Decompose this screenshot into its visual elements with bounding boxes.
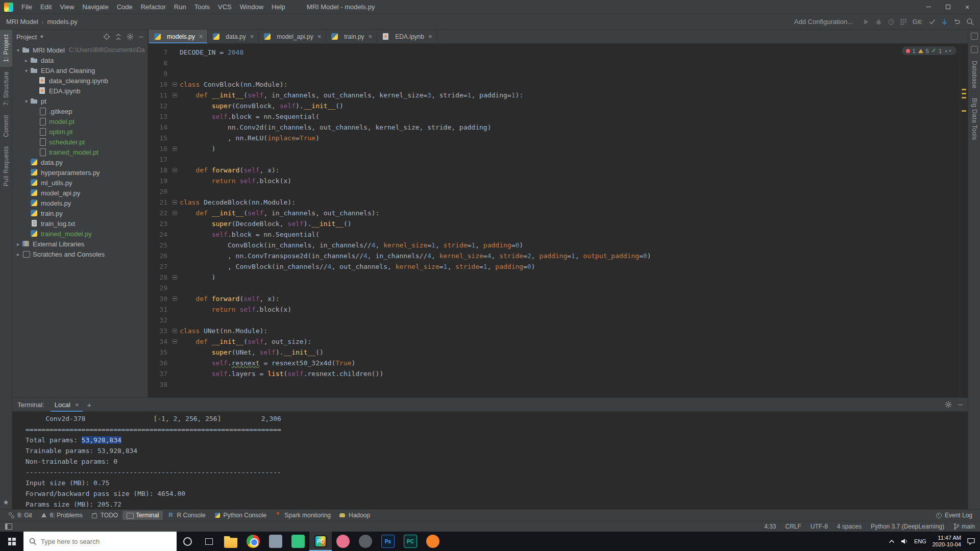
terminal-line[interactable]: Conv2d-378 [-1, 2, 256, 256] 2,306 xyxy=(26,413,968,424)
tool-button-9-git[interactable]: 9: Git xyxy=(4,511,36,520)
tree-item-model-pt[interactable]: model.pt xyxy=(12,116,148,127)
fold-icon[interactable] xyxy=(173,211,177,215)
taskbar-app-app-dark[interactable] xyxy=(354,532,377,551)
tool-button-1-project[interactable]: 1: Project xyxy=(0,30,12,67)
code-line[interactable]: 33class UNet(nn.Module): xyxy=(148,325,960,336)
volume-icon[interactable] xyxy=(901,538,908,544)
taskbar-app-app-orange[interactable] xyxy=(422,532,444,551)
chevron-down-icon[interactable]: ▾ xyxy=(22,98,30,104)
code-line[interactable]: 16 ) xyxy=(148,143,960,154)
terminal-tab-local[interactable]: Local × xyxy=(51,398,83,412)
taskbar-app-app-gray[interactable] xyxy=(264,532,287,551)
tree-item-hyperparameters-py[interactable]: hyperparameters.py xyxy=(12,167,148,178)
tool-button-pull-requests[interactable]: Pull Requests xyxy=(0,141,12,191)
breadcrumb-item-models-py[interactable]: models.py xyxy=(47,18,78,26)
tool-button-terminal[interactable]: Terminal xyxy=(122,511,162,520)
taskbar-app-app-teal[interactable]: PC xyxy=(399,532,422,551)
code-line[interactable]: 30 def forward(self, x): xyxy=(148,293,960,304)
code-line[interactable]: 31 return self.block(x) xyxy=(148,304,960,315)
tree-item-scheduler-pt[interactable]: scheduler.pt xyxy=(12,137,148,147)
git-update-icon[interactable] xyxy=(942,19,947,25)
code-line[interactable]: 19 return self.block(x) xyxy=(148,176,960,186)
code-line[interactable]: 12 super(ConvBlock, self).__init__() xyxy=(148,101,960,111)
tool-button-database[interactable]: Database xyxy=(968,56,980,93)
menu-file[interactable]: File xyxy=(17,1,36,13)
code-line[interactable]: 28 ) xyxy=(148,272,960,283)
search-everywhere-icon[interactable] xyxy=(966,18,974,26)
terminal-line[interactable]: Params size (MB): 205.72 xyxy=(26,499,968,510)
chevron-right-icon[interactable]: ▸ xyxy=(14,252,22,257)
tree-item-model-api-py[interactable]: model_api.py xyxy=(12,188,148,198)
tray-chevron-up-icon[interactable] xyxy=(889,539,895,543)
code-line[interactable]: 7DECODE_IN = 2048 xyxy=(148,47,960,58)
project-panel-title[interactable]: Project xyxy=(16,33,37,41)
tree-item-trained-model-py[interactable]: trained_model.py xyxy=(12,229,148,239)
layers-icon[interactable] xyxy=(971,46,978,53)
hide-panel-icon[interactable] xyxy=(139,37,143,37)
editor-tab-eda-ipynb[interactable]: EDA.ipynb× xyxy=(377,30,437,43)
warning-mark-icon[interactable] xyxy=(962,110,966,112)
tree-item-pt[interactable]: ▾pt xyxy=(12,96,148,106)
tool-button-event-log[interactable]: Event Log xyxy=(932,511,976,520)
code-line[interactable]: 34 def __init__(self, out_size): xyxy=(148,336,960,347)
code-line[interactable]: 35 super(UNet, self).__init__() xyxy=(148,347,960,358)
terminal-line[interactable]: Trainable params: 53,928,834 xyxy=(26,445,968,456)
tool-window-toggle-icon[interactable] xyxy=(5,523,12,530)
tool-button-7-structure[interactable]: 7: Structure xyxy=(0,67,12,110)
terminal-settings-gear-icon[interactable] xyxy=(945,401,952,408)
tool-button-todo[interactable]: TODO xyxy=(87,511,121,520)
debug-icon[interactable] xyxy=(875,19,882,25)
menu-window[interactable]: Window xyxy=(236,1,267,13)
menu-run[interactable]: Run xyxy=(170,1,190,13)
editor-tab-data-py[interactable]: data.py× xyxy=(208,30,259,43)
python-interpreter[interactable]: Python 3.7 (DeepLearning) xyxy=(871,523,944,530)
close-tab-icon[interactable]: × xyxy=(75,401,79,409)
input-language[interactable]: ENG xyxy=(914,538,926,544)
action-center-icon[interactable] xyxy=(967,538,975,545)
chevron-right-icon[interactable]: ▸ xyxy=(14,241,22,247)
code-line[interactable]: 22 def __init__(self, in_channels, out_c… xyxy=(148,208,960,218)
code-line[interactable]: 37 self.layers = list(self.resnext.child… xyxy=(148,368,960,379)
cortana-button[interactable] xyxy=(177,532,198,551)
warning-mark-icon[interactable] xyxy=(962,93,966,94)
fold-icon[interactable] xyxy=(173,339,177,344)
menu-view[interactable]: View xyxy=(56,1,78,13)
fold-icon[interactable] xyxy=(173,168,177,172)
maximize-button[interactable] xyxy=(938,0,958,14)
terminal-output[interactable]: Conv2d-378 [-1, 2, 256, 256] 2,306======… xyxy=(12,412,968,510)
taskbar-app-app-green[interactable] xyxy=(287,532,309,551)
close-tab-icon[interactable]: × xyxy=(317,33,322,40)
menu-refactor[interactable]: Refactor xyxy=(137,1,170,13)
coverage-icon[interactable] xyxy=(900,19,906,25)
code-line[interactable]: 11 def __init__(self, in_channels, out_c… xyxy=(148,90,960,101)
code-line[interactable]: 8 xyxy=(148,58,960,68)
chevron-down-icon[interactable]: ▼ xyxy=(39,34,44,39)
taskbar-app-photoshop[interactable]: Ps xyxy=(377,532,399,551)
inspections-widget[interactable]: 1 5 ✓ 1 ▲▼ xyxy=(902,46,957,55)
git-commit-check-icon[interactable] xyxy=(929,19,936,24)
terminal-line[interactable]: ----------------------------------------… xyxy=(26,467,968,478)
error-stripe[interactable] xyxy=(960,44,968,397)
close-tab-icon[interactable]: × xyxy=(428,33,432,40)
add-configuration-button[interactable]: Add Configuration... xyxy=(790,17,857,27)
tree-item-data[interactable]: ▸data xyxy=(12,55,148,65)
file-encoding[interactable]: UTF-8 xyxy=(811,523,828,530)
breadcrumb-item-mri-model[interactable]: MRI Model xyxy=(6,18,38,26)
tree-item-mri-model[interactable]: ▾MRI ModelC:\Users\Bill\Documents\Da xyxy=(12,45,148,55)
taskbar-app-chrome[interactable] xyxy=(242,532,264,551)
fold-icon[interactable] xyxy=(173,200,177,205)
terminal-line[interactable]: ========================================… xyxy=(26,424,968,435)
tree-item-external-libraries[interactable]: ▸External Libraries xyxy=(12,239,148,249)
menu-tools[interactable]: Tools xyxy=(190,1,214,13)
tree-item-optim-pt[interactable]: optim.pt xyxy=(12,127,148,137)
terminal-line[interactable]: Forward/backward pass size (MB): 4654.00 xyxy=(26,488,968,499)
code-line[interactable]: 17 xyxy=(148,154,960,165)
tree-item-scratches-and-consoles[interactable]: ▸Scratches and Consoles xyxy=(12,249,148,259)
tree-item-ml-utils-py[interactable]: ml_utils.py xyxy=(12,178,148,188)
tree-item-eda-and-cleaning[interactable]: ▾EDA and Cleaning xyxy=(12,65,148,76)
line-ending[interactable]: CRLF xyxy=(786,523,801,530)
search-input[interactable] xyxy=(41,538,171,545)
fold-icon[interactable] xyxy=(173,82,177,87)
warning-mark-icon[interactable] xyxy=(962,89,966,90)
close-tab-icon[interactable]: × xyxy=(250,33,254,40)
